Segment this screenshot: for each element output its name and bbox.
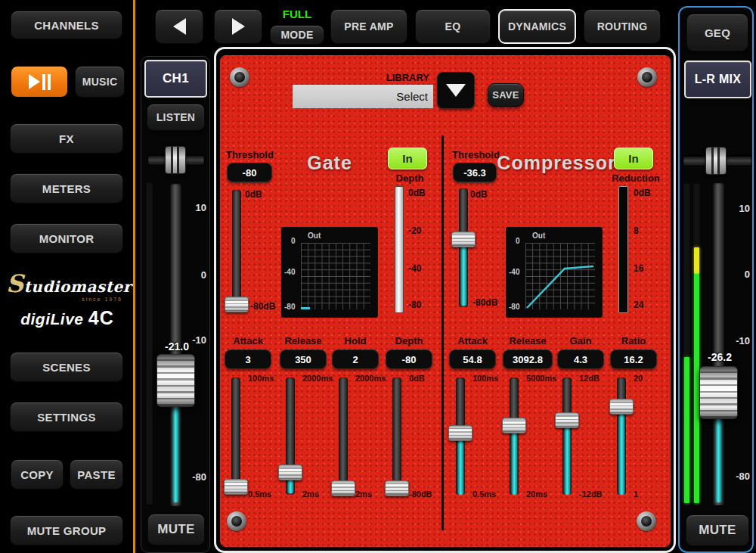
comp-reduction-meter bbox=[618, 186, 628, 313]
tab-dynamics[interactable]: DYNAMICS bbox=[498, 9, 576, 44]
gate-depth-slider-track[interactable] bbox=[392, 377, 401, 495]
gate-in-button[interactable]: In bbox=[388, 148, 427, 169]
master-select-button[interactable]: L-R MIX bbox=[684, 61, 751, 98]
fader-scale-tick: 10 bbox=[182, 202, 206, 213]
comp-attack-value: 54.8 bbox=[449, 350, 496, 369]
gate-hold-slider-track[interactable] bbox=[339, 377, 348, 495]
gate-depth-max: 0dB bbox=[409, 374, 425, 383]
channel-strip-ch1: CH1 LISTEN 10 0 -10 -80 -21.0 MUTE bbox=[141, 56, 210, 553]
master-level-meter-right bbox=[693, 183, 700, 505]
comp-threshold-slider-fill bbox=[461, 247, 466, 306]
sidebar-divider bbox=[133, 0, 135, 553]
comp-graph-out-label: Out bbox=[532, 231, 545, 240]
gate-depth-meter-label: Depth bbox=[390, 172, 429, 184]
gate-depth-meter-tick: -20 bbox=[408, 225, 421, 236]
listen-button[interactable]: LISTEN bbox=[147, 104, 205, 131]
settings-button[interactable]: SETTINGS bbox=[10, 402, 123, 432]
gate-release-slider-knob[interactable] bbox=[278, 464, 302, 480]
meter-fill-green bbox=[694, 274, 699, 503]
music-button[interactable]: MUSIC bbox=[75, 66, 125, 98]
play-pause-button[interactable] bbox=[11, 66, 68, 98]
comp-gain-slider-knob[interactable] bbox=[555, 412, 579, 428]
screw-icon bbox=[230, 67, 249, 87]
brand-name: Studiomaster bbox=[6, 278, 132, 296]
comp-release-value: 3092.8 bbox=[503, 350, 553, 369]
comp-gain-max: 12dB bbox=[579, 374, 600, 383]
screw-icon bbox=[637, 511, 656, 531]
master-mute-button[interactable]: MUTE bbox=[686, 514, 749, 546]
comp-release-slider-knob[interactable] bbox=[502, 418, 526, 433]
tab-pre-amp[interactable]: PRE AMP bbox=[330, 9, 407, 44]
geq-button[interactable]: GEQ bbox=[686, 14, 748, 51]
master-strip-lr-mix: GEQ L-R MIX 10 0 -10 -80 -26.2 MUTE bbox=[678, 6, 754, 553]
gate-threshold-slider-track[interactable] bbox=[232, 190, 241, 309]
paste-button[interactable]: PASTE bbox=[70, 459, 123, 489]
meters-button[interactable]: METERS bbox=[10, 173, 123, 203]
gate-attack-slider-knob[interactable] bbox=[224, 479, 248, 495]
mode-button[interactable]: MODE bbox=[270, 25, 324, 45]
mute-group-button[interactable]: MUTE GROUP bbox=[10, 515, 123, 545]
mode-status: FULL bbox=[270, 8, 324, 20]
tab-eq[interactable]: EQ bbox=[415, 9, 491, 44]
comp-in-button[interactable]: In bbox=[614, 148, 653, 169]
comp-gain-slider-fill bbox=[565, 428, 570, 495]
gate-threshold-scale-top: 0dB bbox=[245, 189, 262, 200]
gate-title: Gate bbox=[299, 152, 360, 174]
screw-icon bbox=[227, 511, 246, 531]
fader-scale-tick: 0 bbox=[182, 269, 206, 281]
play-pause-icon bbox=[29, 74, 51, 90]
nav-next-button[interactable] bbox=[214, 9, 262, 44]
mixer-dynamics-screen: CHANNELS MUSIC FX METERS MONITOR Studiom… bbox=[0, 0, 756, 553]
gate-hold-min: 2ms bbox=[355, 489, 372, 499]
gate-depth-slider-knob[interactable] bbox=[385, 480, 409, 496]
fader-knob[interactable] bbox=[156, 354, 195, 407]
library-dropdown-button[interactable] bbox=[437, 72, 475, 109]
comp-attack-slider-fill bbox=[458, 441, 463, 495]
library-select[interactable]: Select bbox=[293, 85, 433, 108]
comp-attack-max: 100ms bbox=[472, 374, 498, 383]
scenes-button[interactable]: SCENES bbox=[10, 352, 123, 382]
gate-release-min: 2ms bbox=[302, 489, 319, 499]
channel-select-button[interactable]: CH1 bbox=[144, 60, 207, 98]
gate-graph-curve bbox=[301, 307, 310, 309]
comp-threshold-slider-knob[interactable] bbox=[451, 231, 476, 247]
right-arrow-icon bbox=[232, 18, 245, 35]
comp-transfer-graph: Out 0 -40 -80 bbox=[507, 228, 602, 317]
gate-attack-slider-track[interactable] bbox=[231, 377, 240, 495]
master-fader-scale-tick: 10 bbox=[726, 203, 750, 214]
gate-depth-meter-tick: -40 bbox=[408, 263, 421, 274]
gate-attack-min: 0.5ms bbox=[248, 489, 271, 499]
monitor-button[interactable]: MONITOR bbox=[10, 223, 123, 253]
master-fader-knob[interactable] bbox=[699, 366, 738, 419]
comp-ratio-label: Ratio bbox=[610, 335, 657, 346]
comp-ratio-value: 16.2 bbox=[610, 350, 657, 369]
gate-release-value: 350 bbox=[280, 350, 327, 369]
pan-slider-knob[interactable] bbox=[165, 146, 186, 174]
meter-fill-yellow bbox=[694, 247, 699, 274]
fader-value: -21.0 bbox=[157, 340, 197, 353]
copy-button[interactable]: COPY bbox=[11, 459, 64, 489]
gate-threshold-value: -80 bbox=[227, 163, 272, 182]
gate-threshold-slider-knob[interactable] bbox=[225, 297, 249, 312]
mute-button[interactable]: MUTE bbox=[147, 514, 205, 545]
comp-graph-curve bbox=[525, 243, 595, 309]
comp-attack-slider-knob[interactable] bbox=[448, 425, 472, 441]
gate-hold-label: Hold bbox=[332, 335, 379, 346]
gate-threshold-label: Threshold bbox=[226, 149, 273, 160]
channels-button[interactable]: CHANNELS bbox=[11, 11, 122, 39]
comp-release-slider-fill bbox=[512, 433, 517, 495]
nav-prev-button[interactable] bbox=[155, 9, 203, 44]
comp-ratio-slider-knob[interactable] bbox=[609, 399, 634, 415]
save-button[interactable]: SAVE bbox=[488, 83, 524, 107]
tab-routing[interactable]: ROUTING bbox=[584, 9, 661, 44]
fx-button[interactable]: FX bbox=[10, 123, 123, 154]
comp-attack-min: 0.5ms bbox=[472, 489, 496, 499]
gate-graph-out-label: Out bbox=[308, 231, 321, 240]
gate-graph-grid bbox=[301, 243, 370, 309]
gate-attack-value: 3 bbox=[225, 350, 271, 369]
master-pan-slider-knob[interactable] bbox=[705, 147, 727, 175]
master-fader-scale-tick: 0 bbox=[726, 269, 750, 280]
gate-hold-slider-knob[interactable] bbox=[331, 480, 355, 496]
brand-model: digiLive 4C bbox=[6, 307, 129, 329]
left-arrow-icon bbox=[173, 18, 186, 35]
